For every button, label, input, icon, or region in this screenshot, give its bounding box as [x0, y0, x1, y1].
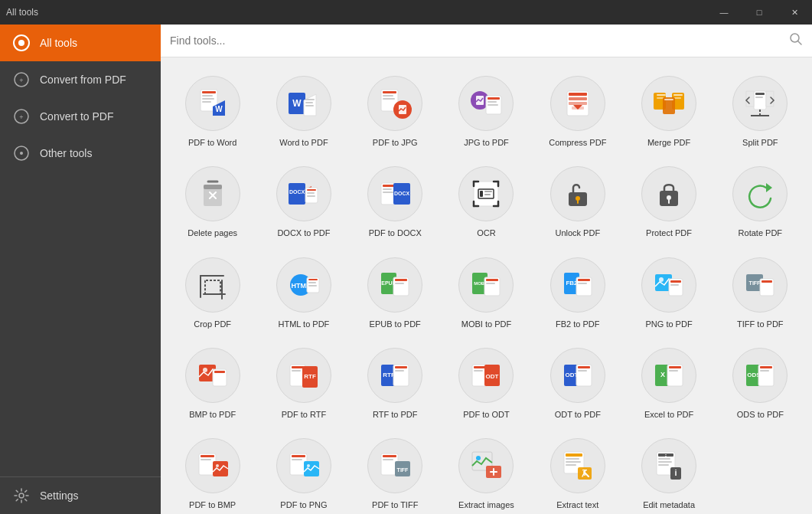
tool-item-pdf-to-png[interactable]: PDF to PNG — [261, 432, 346, 514]
tool-icon-extract-images — [458, 438, 514, 493]
sidebar-item-other-tools-label: Other tools — [40, 147, 92, 159]
tool-icon-odt-to-pdf: ODT — [550, 348, 605, 403]
maximize-button[interactable]: □ — [742, 0, 777, 25]
tool-item-split-pdf[interactable]: Split PDF — [718, 70, 803, 154]
tool-label-png-to-pdf: PNG to PDF — [646, 319, 693, 329]
svg-rect-33 — [488, 97, 500, 100]
svg-rect-12 — [202, 91, 216, 93]
tool-item-tiff-to-pdf[interactable]: TIFF TIFF to PDF — [718, 251, 803, 336]
tool-item-rotate-pdf[interactable]: Rotate PDF — [718, 160, 803, 244]
tool-item-extract-text[interactable]: T Extract text — [535, 432, 620, 514]
sidebar-item-convert-from-pdf[interactable]: + Convert from PDF — [0, 61, 161, 98]
search-input[interactable] — [170, 34, 783, 47]
tool-item-pdf-to-tiff[interactable]: TIFF PDF to TIFF — [353, 432, 438, 514]
sidebar-item-convert-to-pdf-label: Convert to PDF — [40, 110, 113, 123]
tool-item-pdf-to-word[interactable]: W PDF to Word — [170, 70, 255, 154]
tool-item-ocr[interactable]: OCR — [444, 160, 529, 244]
tool-label-pdf-to-bmp: PDF to BMP — [189, 499, 236, 510]
tool-item-excel-to-pdf[interactable]: X Excel to PDF — [626, 342, 711, 426]
svg-text:W: W — [292, 98, 302, 109]
svg-rect-84 — [484, 191, 492, 192]
svg-rect-183 — [566, 453, 582, 457]
tool-item-png-to-pdf[interactable]: PNG to PDF — [626, 251, 711, 336]
tool-item-html-to-pdf[interactable]: HTML HTML to PDF — [261, 251, 346, 336]
tool-label-docx-to-pdf: DOCX to PDF — [277, 228, 330, 238]
tool-item-merge-pdf[interactable]: Merge PDF — [626, 70, 711, 154]
sidebar-item-convert-to-pdf[interactable]: + Convert to PDF — [0, 98, 161, 135]
tool-item-bmp-to-pdf[interactable]: BMP to PDF — [170, 342, 255, 426]
tool-item-extract-images[interactable]: Extract images — [444, 432, 529, 514]
tool-item-rtf-to-pdf[interactable]: RTF RTF to PDF — [353, 342, 438, 426]
sidebar-item-settings[interactable]: Settings — [0, 477, 161, 514]
tool-item-epub-to-pdf[interactable]: EPUB EPUB to PDF — [353, 251, 438, 336]
tool-label-ods-to-pdf: ODS to PDF — [737, 409, 784, 420]
tool-label-excel-to-pdf: Excel to PDF — [644, 409, 693, 420]
svg-point-7 — [20, 152, 23, 155]
svg-rect-195 — [658, 461, 672, 463]
main-layout: All tools + Convert from PDF + Convert t… — [0, 25, 812, 514]
tool-label-extract-images: Extract images — [458, 499, 514, 510]
svg-rect-38 — [569, 97, 587, 100]
tool-label-unlock-pdf: Unlock PDF — [555, 228, 600, 238]
tool-label-pdf-to-word: PDF to Word — [188, 137, 236, 148]
tool-item-edit-metadata[interactable]: i i Edit metadata — [626, 432, 711, 514]
svg-rect-164 — [201, 459, 211, 460]
sidebar-settings-label: Settings — [40, 489, 79, 502]
sidebar-item-other-tools[interactable]: Other tools — [0, 135, 161, 172]
tools-grid: W PDF to Word W Word to PDF PDF to JPG J… — [161, 57, 812, 514]
tool-label-protect-pdf: Protect PDF — [646, 228, 692, 238]
tool-icon-fb2-to-pdf: FB2 — [550, 257, 605, 313]
svg-rect-51 — [755, 93, 765, 95]
tool-item-pdf-to-jpg[interactable]: PDF to JPG — [353, 70, 438, 154]
svg-rect-49 — [664, 99, 673, 100]
svg-rect-25 — [383, 91, 396, 93]
tool-item-mobi-to-pdf[interactable]: MOBI MOBI to PDF — [444, 251, 529, 336]
svg-rect-133 — [292, 366, 304, 368]
tool-item-pdf-to-docx[interactable]: DOCX PDF to DOCX — [353, 160, 438, 244]
tool-icon-protect-pdf — [641, 166, 696, 221]
svg-text:TIFF: TIFF — [749, 280, 761, 286]
other-tools-icon — [12, 144, 31, 162]
tool-item-pdf-to-bmp[interactable]: PDF to BMP — [170, 432, 255, 514]
svg-rect-117 — [578, 279, 590, 281]
svg-rect-141 — [395, 370, 404, 372]
tool-item-jpg-to-pdf[interactable]: JPG to PDF — [444, 70, 529, 154]
tool-item-protect-pdf[interactable]: Protect PDF — [626, 160, 711, 244]
tool-item-pdf-to-rtf[interactable]: RTF PDF to RTF — [261, 342, 346, 426]
tool-label-word-to-pdf: Word to PDF — [279, 137, 328, 148]
tool-item-docx-to-pdf[interactable]: DOCX DOCX to PDF — [261, 160, 346, 244]
tool-item-word-to-pdf[interactable]: W Word to PDF — [261, 70, 346, 154]
sidebar-bottom: Settings — [0, 476, 161, 514]
minimize-button[interactable]: — — [706, 0, 742, 25]
tool-label-compress-pdf: Compress PDF — [549, 137, 606, 148]
svg-rect-168 — [292, 455, 305, 457]
tool-item-fb2-to-pdf[interactable]: FB2 FB2 to PDF — [535, 251, 620, 336]
tool-icon-word-to-pdf: W — [276, 76, 331, 131]
tool-item-pdf-to-odt[interactable]: ODT PDF to ODT — [444, 342, 529, 426]
tool-item-odt-to-pdf[interactable]: ODT ODT to PDF — [535, 342, 620, 426]
svg-rect-15 — [202, 101, 211, 103]
svg-rect-37 — [569, 93, 587, 96]
svg-rect-64 — [307, 189, 316, 191]
all-tools-icon — [12, 34, 31, 52]
tool-icon-compress-pdf — [550, 76, 605, 131]
svg-marker-92 — [766, 183, 772, 192]
titlebar-controls: — □ ✕ — [706, 0, 812, 25]
tool-label-pdf-to-jpg: PDF to JPG — [373, 137, 418, 148]
tool-label-pdf-to-odt: PDF to ODT — [463, 409, 510, 420]
sidebar: All tools + Convert from PDF + Convert t… — [0, 25, 161, 514]
close-button[interactable]: ✕ — [777, 0, 812, 25]
tool-item-compress-pdf[interactable]: Compress PDF — [535, 70, 620, 154]
tool-item-unlock-pdf[interactable]: Unlock PDF — [535, 160, 620, 244]
tool-item-crop-pdf[interactable]: Crop PDF — [170, 251, 255, 336]
svg-text:RTF: RTF — [304, 373, 316, 380]
tool-icon-ocr — [458, 166, 514, 221]
svg-rect-83 — [480, 191, 483, 197]
sidebar-item-all-tools[interactable]: All tools — [0, 25, 161, 61]
tool-item-delete-pages[interactable]: Delete pages — [170, 160, 255, 244]
svg-rect-34 — [488, 101, 497, 103]
tool-icon-png-to-pdf — [641, 257, 696, 313]
tool-icon-mobi-to-pdf: MOBI — [458, 257, 514, 313]
tool-item-ods-to-pdf[interactable]: ODS ODS to PDF — [718, 342, 803, 426]
svg-text:+: + — [19, 113, 23, 121]
